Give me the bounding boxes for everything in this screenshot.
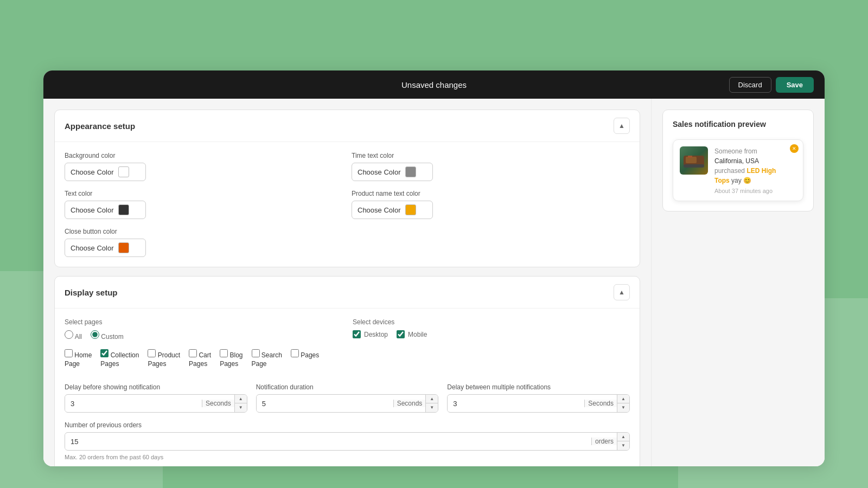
previous-orders-down[interactable]: ▼ xyxy=(617,441,629,450)
svg-rect-3 xyxy=(688,156,692,158)
delay-between-down[interactable]: ▼ xyxy=(617,403,629,412)
text-color-field: Text color Choose Color xyxy=(65,190,343,219)
notification-duration-up[interactable]: ▲ xyxy=(426,395,438,403)
previous-orders-label: Number of previous orders xyxy=(65,421,630,429)
select-pages-group: Select pages All Custom xyxy=(65,318,342,373)
appearance-collapse-btn[interactable]: ▲ xyxy=(614,118,630,134)
delay-between-up[interactable]: ▲ xyxy=(617,395,629,403)
background-color-field: Background color Choose Color xyxy=(65,152,343,181)
delay-before-input-wrapper: Seconds ▲ ▼ xyxy=(65,394,247,413)
close-button-color-swatch xyxy=(118,242,129,253)
appearance-header: Appearance setup ▲ xyxy=(55,110,640,142)
select-devices-group: Select devices Desktop Mobile xyxy=(353,318,630,373)
page-collection[interactable]: CollectionPages xyxy=(100,349,139,368)
unsaved-changes-title: Unsaved changes xyxy=(401,80,467,89)
save-button[interactable]: Save xyxy=(776,77,814,93)
delay-before-up[interactable]: ▲ xyxy=(235,395,247,403)
checkbox-blog[interactable] xyxy=(220,349,228,357)
display-section: Display setup ▲ Select pages All xyxy=(54,276,640,466)
delay-before-steppers: ▲ ▼ xyxy=(234,395,247,412)
preview-title: Sales notification preview xyxy=(673,120,803,129)
pages-devices-layout: Select pages All Custom xyxy=(65,318,630,373)
checkbox-desktop[interactable] xyxy=(353,330,361,338)
pages-checkboxes: HomePage CollectionPages ProductPages xyxy=(65,349,342,373)
delay-between-steppers: ▲ ▼ xyxy=(617,395,629,412)
device-mobile[interactable]: Mobile xyxy=(397,330,427,338)
notif-close-icon: ✕ xyxy=(790,144,799,153)
checkbox-product[interactable] xyxy=(148,349,156,357)
previous-orders-input-wrapper: orders ▲ ▼ xyxy=(65,432,630,451)
notification-duration-input-wrapper: Seconds ▲ ▼ xyxy=(256,394,439,413)
close-button-color-btn-label: Choose Color xyxy=(71,244,114,252)
delay-between-input[interactable] xyxy=(448,396,584,412)
previous-orders-unit: orders xyxy=(591,438,617,445)
notification-duration-unit: Seconds xyxy=(393,400,426,407)
time-text-color-swatch xyxy=(405,166,416,177)
close-button-color-field: Close button color Choose Color xyxy=(65,228,343,257)
delay-before-input[interactable] xyxy=(65,396,202,412)
notif-location: California, USA xyxy=(714,157,759,165)
time-text-color-btn[interactable]: Choose Color xyxy=(352,163,433,181)
product-name-text-color-btn-label: Choose Color xyxy=(358,206,401,214)
shoe-svg xyxy=(682,151,705,170)
delay-before-label: Delay before showing notification xyxy=(65,383,247,391)
close-button-color-btn[interactable]: Choose Color xyxy=(65,239,146,257)
devices-checkboxes: Desktop Mobile xyxy=(353,330,630,343)
radio-custom-item[interactable]: Custom xyxy=(91,330,124,341)
notif-text: Someone from California, USA purchased L… xyxy=(714,146,788,185)
previous-orders-hint: Max. 20 orders from the past 60 days xyxy=(65,454,630,460)
product-name-text-color-label: Product name text color xyxy=(352,190,630,197)
right-panel: Sales notification preview ✕ xyxy=(651,99,825,466)
device-desktop[interactable]: Desktop xyxy=(353,330,388,338)
display-collapse-btn[interactable]: ▲ xyxy=(614,284,630,300)
page-product[interactable]: ProductPages xyxy=(148,349,180,368)
checkbox-home[interactable] xyxy=(65,349,73,357)
notif-purchased: purchased xyxy=(714,167,746,175)
radio-all[interactable] xyxy=(65,330,73,339)
radio-custom-label: Custom xyxy=(101,333,123,341)
notification-duration-input[interactable] xyxy=(257,396,393,412)
previous-orders-up[interactable]: ▲ xyxy=(617,433,629,441)
delay-between-label: Delay between multiple notifications xyxy=(447,383,630,391)
checkbox-mobile[interactable] xyxy=(397,330,405,338)
text-color-btn-label: Choose Color xyxy=(71,206,114,214)
page-pages[interactable]: Pages xyxy=(291,349,319,368)
notification-duration-label: Notification duration xyxy=(256,383,439,391)
page-cart[interactable]: CartPages xyxy=(189,349,211,368)
previous-orders-input[interactable] xyxy=(65,434,591,450)
product-name-text-color-field: Product name text color Choose Color xyxy=(352,190,630,219)
text-color-label: Text color xyxy=(65,190,343,197)
notif-suffix: yay 😊 xyxy=(730,177,751,184)
radio-all-label: All xyxy=(75,333,82,341)
appearance-section: Appearance setup ▲ Background color Choo… xyxy=(54,110,640,267)
preview-card: Sales notification preview ✕ xyxy=(662,110,814,211)
delay-between-field: Delay between multiple notifications Sec… xyxy=(447,383,630,413)
delay-before-down[interactable]: ▼ xyxy=(235,403,247,412)
radio-custom[interactable] xyxy=(91,330,99,339)
page-search[interactable]: SearchPage xyxy=(252,349,282,368)
checkbox-collection[interactable] xyxy=(100,349,108,357)
top-bar: Unsaved changes Discard Save xyxy=(43,70,825,99)
svg-rect-1 xyxy=(684,164,704,168)
product-name-text-color-btn[interactable]: Choose Color xyxy=(352,201,433,219)
notif-time: About 37 minutes ago xyxy=(714,188,788,194)
display-header: Display setup ▲ xyxy=(55,277,640,309)
text-color-btn[interactable]: Choose Color xyxy=(65,201,146,219)
background-color-btn[interactable]: Choose Color xyxy=(65,163,146,181)
radio-all-item[interactable]: All xyxy=(65,330,82,341)
content-area: Appearance setup ▲ Background color Choo… xyxy=(43,99,825,466)
page-home[interactable]: HomePage xyxy=(65,349,92,368)
product-name-text-color-swatch xyxy=(405,204,416,215)
delay-between-input-wrapper: Seconds ▲ ▼ xyxy=(447,394,630,413)
checkbox-search[interactable] xyxy=(252,349,260,357)
page-blog[interactable]: BlogPages xyxy=(220,349,242,368)
checkbox-cart[interactable] xyxy=(189,349,197,357)
radio-group: All Custom xyxy=(65,330,342,345)
discard-button[interactable]: Discard xyxy=(729,77,771,93)
color-grid: Background color Choose Color Time text … xyxy=(65,152,630,257)
checkbox-pages[interactable] xyxy=(291,349,299,357)
previous-orders-field: Number of previous orders orders ▲ ▼ Max… xyxy=(65,421,630,460)
time-text-color-btn-label: Choose Color xyxy=(358,168,401,176)
notification-duration-down[interactable]: ▼ xyxy=(426,403,438,412)
delay-before-unit: Seconds xyxy=(202,400,234,407)
